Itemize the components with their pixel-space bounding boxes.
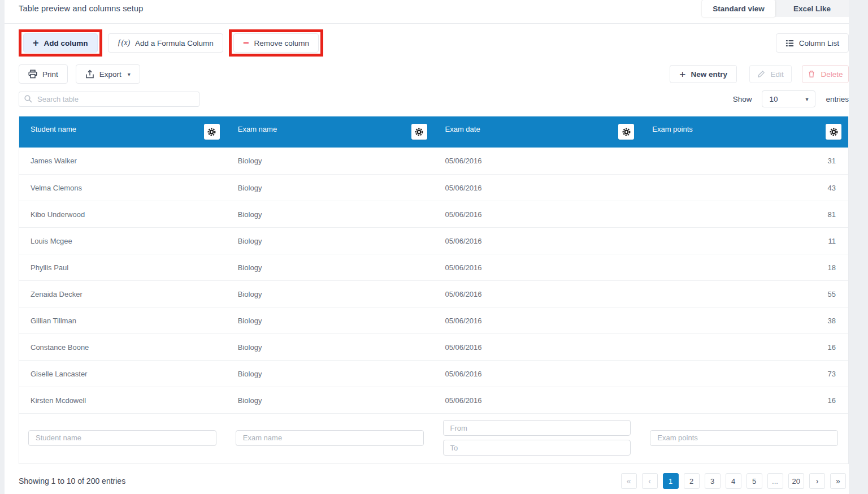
cell-exam-name: Biology xyxy=(227,370,434,378)
cell-exam-points: 16 xyxy=(641,396,848,405)
table-row[interactable]: Velma Clemons Biology 05/06/2016 43 xyxy=(19,174,848,201)
search-input[interactable] xyxy=(19,92,199,107)
pagination-ellipsis: ... xyxy=(767,473,783,489)
cell-student-name: Velma Clemons xyxy=(19,184,227,192)
cell-student-name: Zenaida Decker xyxy=(19,290,227,298)
gear-icon xyxy=(415,128,423,136)
formula-icon: ƒ(x) xyxy=(118,38,131,47)
entries-label: entries xyxy=(826,95,849,103)
trash-icon xyxy=(808,70,815,78)
tab-excel-like[interactable]: Excel Like xyxy=(775,0,849,17)
print-button[interactable]: Print xyxy=(19,64,68,84)
filter-student-name-input[interactable] xyxy=(28,430,216,446)
filter-date-to-input[interactable] xyxy=(443,440,631,456)
remove-column-button[interactable]: − Remove column xyxy=(233,33,319,53)
gear-icon xyxy=(830,128,838,136)
cell-student-name: Louis Mcgee xyxy=(19,237,227,245)
cell-student-name: Gillian Tillman xyxy=(19,317,227,325)
cell-exam-name: Biology xyxy=(227,343,434,352)
pagination-page-5[interactable]: 5 xyxy=(747,473,762,489)
column-filter-row xyxy=(19,413,848,463)
pencil-icon xyxy=(757,70,765,78)
cell-exam-date: 05/06/2016 xyxy=(434,290,641,298)
table-footer: Showing 1 to 10 of 200 entries « ‹ 1 2 3… xyxy=(19,473,849,489)
cell-student-name: Phyllis Paul xyxy=(19,263,227,272)
pagination-page-20[interactable]: 20 xyxy=(788,473,804,489)
export-button[interactable]: Export ▾ xyxy=(76,64,140,84)
cell-exam-date: 05/06/2016 xyxy=(434,157,641,165)
caret-down-icon: ▾ xyxy=(805,96,808,102)
table-row[interactable]: Zenaida Decker Biology 05/06/2016 55 xyxy=(19,280,848,307)
column-settings-button[interactable] xyxy=(204,124,220,140)
cell-exam-name: Biology xyxy=(227,184,434,192)
printer-icon xyxy=(28,70,37,79)
export-icon xyxy=(85,70,94,79)
add-column-button[interactable]: + Add column xyxy=(23,33,98,53)
filter-date-from-input[interactable] xyxy=(443,420,631,436)
page-size-select[interactable]: 10 ▾ xyxy=(762,90,815,107)
edit-button[interactable]: Edit xyxy=(749,65,792,83)
cell-exam-name: Biology xyxy=(227,317,434,325)
title-bar: Table preview and columns setup Standard… xyxy=(5,0,849,24)
table-row[interactable]: Kirsten Mcdowell Biology 05/06/2016 16 xyxy=(19,387,848,413)
filter-bar: Show 10 ▾ entries xyxy=(19,90,849,107)
plus-icon: + xyxy=(679,69,685,80)
column-header-label: Exam name xyxy=(238,125,277,133)
action-toolbar: Print Export ▾ + New entry xyxy=(19,64,849,84)
cell-exam-name: Biology xyxy=(227,290,434,298)
table-row[interactable]: Gillian Tillman Biology 05/06/2016 38 xyxy=(19,307,848,333)
pagination-page-3[interactable]: 3 xyxy=(705,473,721,489)
table-row[interactable]: Constance Boone Biology 05/06/2016 16 xyxy=(19,333,848,360)
print-label: Print xyxy=(42,70,58,79)
new-entry-button[interactable]: + New entry xyxy=(670,65,737,83)
entries-summary: Showing 1 to 10 of 200 entries xyxy=(19,476,125,486)
column-settings-button[interactable] xyxy=(826,124,841,140)
cell-student-name: Kirsten Mcdowell xyxy=(19,396,227,405)
add-column-label: Add column xyxy=(44,39,88,47)
column-header-exam-points: Exam points xyxy=(641,116,848,148)
cell-student-name: James Walker xyxy=(19,157,227,165)
column-settings-button[interactable] xyxy=(411,124,427,140)
cell-exam-points: 73 xyxy=(641,370,848,378)
table-row[interactable]: Louis Mcgee Biology 05/06/2016 11 xyxy=(19,227,848,254)
plus-icon: + xyxy=(33,38,39,48)
table-row[interactable]: Giselle Lancaster Biology 05/06/2016 73 xyxy=(19,360,848,387)
table-row[interactable]: Kibo Underwood Biology 05/06/2016 81 xyxy=(19,201,848,227)
pagination-first-button[interactable]: « xyxy=(621,473,637,489)
add-formula-column-label: Add a Formula Column xyxy=(135,39,214,47)
cell-exam-points: 31 xyxy=(641,157,848,165)
filter-exam-points-input[interactable] xyxy=(650,430,838,446)
pagination-page-2[interactable]: 2 xyxy=(684,473,700,489)
column-settings-button[interactable] xyxy=(618,124,634,140)
filter-exam-name-input[interactable] xyxy=(236,430,424,446)
column-list-label: Column List xyxy=(799,39,839,47)
cell-exam-points: 55 xyxy=(641,290,848,298)
table-row[interactable]: James Walker Biology 05/06/2016 31 xyxy=(19,148,848,174)
tab-standard-view[interactable]: Standard view xyxy=(702,0,775,17)
data-table: Student name Exam name xyxy=(19,116,849,464)
cell-exam-date: 05/06/2016 xyxy=(434,263,641,272)
delete-label: Delete xyxy=(821,70,843,79)
pagination-next-button[interactable]: › xyxy=(809,473,825,489)
column-header-label: Exam points xyxy=(652,125,693,133)
column-toolbar: + Add column ƒ(x) Add a Formula Column −… xyxy=(19,29,849,57)
view-mode-tabs: Standard view Excel Like xyxy=(702,0,849,17)
pagination-prev-button[interactable]: ‹ xyxy=(642,473,658,489)
cell-exam-date: 05/06/2016 xyxy=(434,210,641,219)
show-label: Show xyxy=(733,95,752,103)
page-size-value: 10 xyxy=(769,95,778,103)
column-header-label: Exam date xyxy=(445,125,480,133)
cell-exam-name: Biology xyxy=(227,396,434,405)
pagination-last-button[interactable]: » xyxy=(830,473,846,489)
cell-exam-date: 05/06/2016 xyxy=(434,317,641,325)
add-formula-column-button[interactable]: ƒ(x) Add a Formula Column xyxy=(108,33,223,53)
column-list-button[interactable]: Column List xyxy=(776,33,849,53)
cell-exam-date: 05/06/2016 xyxy=(434,237,641,245)
cell-student-name: Giselle Lancaster xyxy=(19,370,227,378)
export-label: Export xyxy=(99,70,121,79)
delete-button[interactable]: Delete xyxy=(802,65,849,83)
column-list-icon xyxy=(785,39,794,47)
table-row[interactable]: Phyllis Paul Biology 05/06/2016 18 xyxy=(19,254,848,280)
pagination-page-1[interactable]: 1 xyxy=(663,473,679,489)
pagination-page-4[interactable]: 4 xyxy=(726,473,741,489)
